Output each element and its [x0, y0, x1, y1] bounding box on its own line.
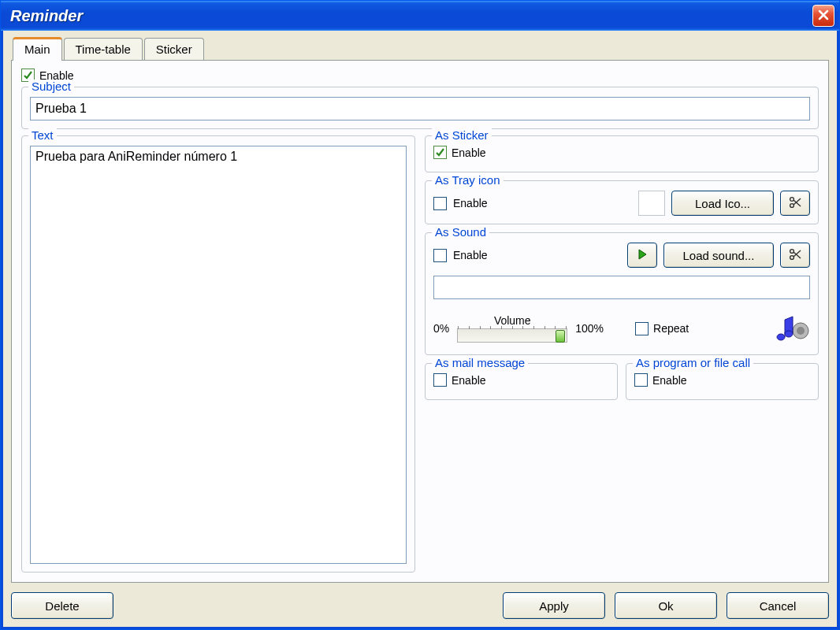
as-program-checkbox[interactable] — [634, 373, 648, 387]
window-title: Reminder — [10, 7, 83, 25]
sound-path-input[interactable] — [433, 276, 810, 299]
as-sticker-legend: As Sticker — [432, 128, 492, 142]
as-sticker-enable-label: Enable — [452, 146, 486, 159]
svg-point-6 — [785, 331, 793, 337]
as-mail-fieldset: As mail message Enable — [425, 363, 618, 400]
ok-button[interactable]: Ok — [615, 592, 717, 619]
svg-point-1 — [790, 203, 794, 207]
enable-row: Enable — [21, 69, 819, 82]
scissors-icon — [788, 250, 802, 264]
svg-point-2 — [790, 249, 794, 253]
delete-button[interactable]: Delete — [11, 592, 113, 619]
client-area: Main Time-table Sticker Enable Subject T… — [1, 31, 839, 629]
slider-thumb[interactable] — [556, 330, 565, 343]
tabpanel-main: Enable Subject Text As St — [11, 60, 829, 583]
as-program-fieldset: As program or file call Enable — [626, 363, 819, 400]
as-tray-row: Enable Load Ico... — [433, 191, 810, 216]
bottom-fieldsets: As mail message Enable As program or fil… — [425, 363, 819, 400]
repeat-label: Repeat — [653, 322, 689, 335]
as-sound-enable-label: Enable — [453, 249, 488, 261]
textarea-wrap — [30, 146, 407, 564]
subject-input[interactable] — [30, 97, 810, 120]
svg-point-3 — [790, 255, 794, 259]
repeat-row: Repeat — [635, 322, 689, 335]
text-textarea[interactable] — [30, 146, 407, 564]
as-mail-row: Enable — [433, 373, 609, 387]
load-icon-button[interactable]: Load Ico... — [671, 191, 774, 216]
as-tray-enable-label: Enable — [453, 197, 488, 209]
slider-ticks — [458, 326, 567, 329]
columns: Text As Sticker Enable — [21, 135, 819, 573]
as-tray-checkbox[interactable] — [433, 197, 447, 210]
as-program-legend: As program or file call — [633, 356, 753, 369]
as-program-enable-label: Enable — [652, 374, 687, 387]
svg-point-0 — [790, 197, 794, 201]
tab-main-label: Main — [24, 43, 50, 56]
tray-icon-preview — [638, 191, 665, 216]
as-tray-legend: As Tray icon — [432, 173, 504, 187]
text-fieldset: Text — [21, 135, 415, 573]
subject-legend: Subject — [28, 80, 74, 93]
tab-timetable[interactable]: Time-table — [64, 38, 143, 60]
titlebar: Reminder — [1, 1, 839, 31]
as-sound-row: Enable Load sound... — [433, 243, 810, 268]
tab-sticker[interactable]: Sticker — [144, 38, 204, 60]
bottom-bar: Delete Apply Ok Cancel — [11, 583, 829, 619]
vol-max-label: 100% — [575, 322, 604, 335]
apply-button[interactable]: Apply — [503, 592, 605, 619]
subject-fieldset: Subject — [21, 87, 819, 129]
close-icon — [817, 9, 830, 24]
volume-label: Volume — [494, 314, 531, 327]
reminder-window: Reminder Main Time-table Sticker Enable … — [0, 0, 840, 630]
as-sound-fieldset: As Sound Enable Load sound... — [425, 232, 819, 355]
as-program-row: Enable — [634, 373, 810, 387]
vol-slider-wrap: Volume — [457, 314, 567, 343]
repeat-checkbox[interactable] — [635, 322, 649, 335]
tab-timetable-label: Time-table — [76, 43, 131, 56]
as-sticker-checkbox[interactable] — [433, 146, 447, 159]
clear-sound-button[interactable] — [780, 243, 810, 268]
as-sound-legend: As Sound — [432, 225, 489, 239]
volume-slider[interactable] — [457, 328, 567, 343]
tab-sticker-label: Sticker — [156, 43, 192, 56]
volume-row: 0% Volume 100% — [433, 310, 810, 346]
col-left: Text — [21, 135, 415, 573]
load-sound-button[interactable]: Load sound... — [663, 243, 774, 268]
as-mail-checkbox[interactable] — [433, 373, 447, 387]
tab-main[interactable]: Main — [13, 37, 62, 61]
play-sound-button[interactable] — [627, 243, 657, 268]
as-sound-checkbox[interactable] — [433, 249, 447, 262]
as-mail-legend: As mail message — [432, 356, 528, 369]
scissors-icon — [788, 198, 802, 212]
play-icon — [635, 250, 649, 264]
as-tray-fieldset: As Tray icon Enable Load Ico... — [425, 180, 819, 224]
cancel-button[interactable]: Cancel — [727, 592, 829, 619]
as-sticker-fieldset: As Sticker Enable — [425, 135, 819, 172]
text-legend: Text — [28, 128, 57, 142]
tabstrip: Main Time-table Sticker — [11, 37, 829, 60]
svg-point-5 — [797, 327, 805, 335]
music-speaker-icon — [768, 310, 810, 346]
as-mail-enable-label: Enable — [452, 374, 486, 387]
vol-min-label: 0% — [433, 322, 449, 335]
clear-icon-button[interactable] — [780, 191, 810, 216]
close-button[interactable] — [812, 5, 834, 27]
col-right: As Sticker Enable As Tray icon Enabl — [425, 135, 819, 573]
as-sticker-row: Enable — [433, 146, 810, 159]
